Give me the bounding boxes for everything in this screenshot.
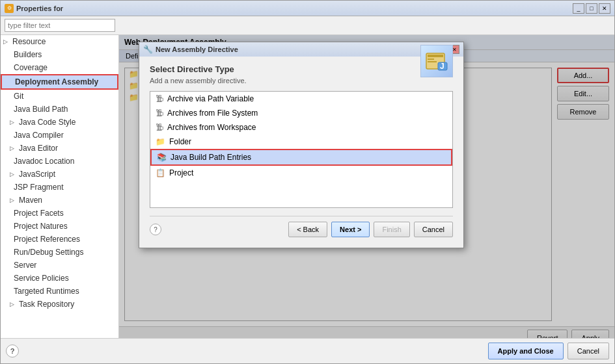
sidebar-item-label: Project Natures <box>14 222 68 231</box>
wizard-icon: J <box>420 45 453 77</box>
svg-rect-1 <box>428 55 443 57</box>
help-button[interactable]: ? <box>150 224 161 235</box>
svg-rect-3 <box>428 61 437 62</box>
svg-text:J: J <box>440 62 444 71</box>
expand-icon: ▷ <box>10 171 16 177</box>
main-panel: Web Deployment Assembly Define Source 📁 … <box>119 35 614 338</box>
sidebar-item-label: Project References <box>14 235 80 244</box>
directive-list: 🗜 Archive via Path Variable 🗜 Archives f… <box>150 91 453 208</box>
archive-icon: 🗜 <box>156 123 163 132</box>
back-button[interactable]: < Back <box>288 222 327 237</box>
sidebar: ▷ Resource Builders Coverage Deployment … <box>1 35 119 338</box>
title-bar: ⚙ Properties for _ □ ✕ <box>1 1 614 16</box>
filter-bar <box>1 16 614 35</box>
sidebar-item-label: JavaScript <box>19 170 55 179</box>
help-icon[interactable]: ? <box>6 344 19 358</box>
apply-and-close-button[interactable]: Apply and Close <box>488 343 564 359</box>
directive-item-archive-path[interactable]: 🗜 Archive via Path Variable <box>150 92 452 106</box>
sidebar-item-deployment-assembly[interactable]: Deployment Assembly <box>1 74 118 90</box>
expand-icon: ▷ <box>10 145 16 151</box>
expand-icon: ▷ <box>10 301 16 307</box>
minimize-button[interactable]: _ <box>573 3 584 14</box>
archive-icon: 🗜 <box>156 94 163 103</box>
content-area: ▷ Resource Builders Coverage Deployment … <box>1 35 614 338</box>
modal-dialog: 🔧 New Assembly Directive _ □ ✕ <box>139 42 464 248</box>
sidebar-item-project-natures[interactable]: Project Natures <box>1 220 118 233</box>
expand-icon: ▷ <box>10 119 16 125</box>
cancel-button[interactable]: Cancel <box>414 222 453 237</box>
directive-label: Java Build Path Entries <box>171 153 251 162</box>
sidebar-item-label: Project Facets <box>14 209 64 218</box>
sidebar-item-label: Coverage <box>14 63 48 72</box>
directive-item-archive-workspace[interactable]: 🗜 Archives from Workspace <box>150 120 452 135</box>
sidebar-item-label: Java Code Style <box>19 118 75 127</box>
sidebar-item-label: Run/Debug Settings <box>14 248 83 257</box>
svg-rect-2 <box>428 58 434 60</box>
sidebar-item-task-repository[interactable]: ▷ Task Repository <box>1 298 118 311</box>
app-icon: ⚙ <box>5 4 14 13</box>
modal-section-title: Select Directive Type <box>150 64 247 74</box>
filter-input[interactable] <box>5 19 115 32</box>
sidebar-item-label: Java Editor <box>19 144 58 153</box>
sidebar-item-label: Server <box>14 261 36 270</box>
directive-item-archive-filesystem[interactable]: 🗜 Archives from File System <box>150 106 452 120</box>
modal-nav-bar: ? < Back Next > Finish Cancel <box>150 216 453 240</box>
sidebar-item-builders[interactable]: Builders <box>1 48 118 61</box>
expand-icon: ▷ <box>3 38 10 45</box>
sidebar-item-label: Task Repository <box>19 300 74 309</box>
window-title: Properties for <box>16 5 63 12</box>
directive-item-folder[interactable]: 📁 Folder <box>150 135 452 149</box>
modal-title-bar: 🔧 New Assembly Directive _ □ ✕ <box>139 42 463 57</box>
sidebar-item-javascript[interactable]: ▷ JavaScript <box>1 168 118 181</box>
directive-item-java-build-path[interactable]: 📚 Java Build Path Entries <box>150 149 452 166</box>
cancel-button[interactable]: Cancel <box>567 343 609 359</box>
sidebar-item-run-debug[interactable]: Run/Debug Settings <box>1 246 118 259</box>
folder-icon: 📁 <box>156 137 165 146</box>
sidebar-item-label: Resource <box>12 37 46 46</box>
maximize-button[interactable]: □ <box>586 3 597 14</box>
next-button[interactable]: Next > <box>331 222 370 237</box>
sidebar-item-project-facets[interactable]: Project Facets <box>1 207 118 220</box>
modal-icon: 🔧 <box>143 45 153 54</box>
sidebar-item-label: Builders <box>14 50 42 59</box>
sidebar-item-targeted-runtimes[interactable]: Targeted Runtimes <box>1 285 118 298</box>
title-bar-controls: _ □ ✕ <box>573 3 610 14</box>
sidebar-item-label: Maven <box>19 196 42 205</box>
sidebar-item-java-build-path[interactable]: Java Build Path <box>1 103 118 116</box>
sidebar-item-label: Git <box>14 92 23 101</box>
sidebar-item-git[interactable]: Git <box>1 90 118 103</box>
build-path-icon: 📚 <box>157 153 167 162</box>
window-body: ▷ Resource Builders Coverage Deployment … <box>1 16 614 363</box>
sidebar-item-label: JSP Fragment <box>14 183 63 192</box>
modal-title: New Assembly Directive <box>156 46 238 53</box>
finish-button[interactable]: Finish <box>374 222 409 237</box>
modal-overlay: 🔧 New Assembly Directive _ □ ✕ <box>119 35 614 338</box>
sidebar-item-jsp-fragment[interactable]: JSP Fragment <box>1 181 118 194</box>
close-button[interactable]: ✕ <box>599 3 610 14</box>
sidebar-item-label: Java Compiler <box>14 131 64 140</box>
modal-body: Select Directive Type Add a new assembly… <box>139 57 463 248</box>
sidebar-item-label: Java Build Path <box>14 105 68 114</box>
sidebar-item-java-code-style[interactable]: ▷ Java Code Style <box>1 116 118 129</box>
sidebar-item-maven[interactable]: ▷ Maven <box>1 194 118 207</box>
directive-item-project[interactable]: 📋 Project <box>150 166 452 180</box>
sidebar-item-label: Targeted Runtimes <box>14 287 79 296</box>
sidebar-item-project-references[interactable]: Project References <box>1 233 118 246</box>
sidebar-item-label: Javadoc Location <box>14 157 74 166</box>
expand-icon: ▷ <box>10 197 16 203</box>
sidebar-item-label: Deployment Assembly <box>15 77 98 86</box>
project-icon: 📋 <box>156 168 165 177</box>
sidebar-item-coverage[interactable]: Coverage <box>1 61 118 74</box>
sidebar-item-java-editor[interactable]: ▷ Java Editor <box>1 142 118 155</box>
sidebar-item-label: Service Policies <box>14 274 69 283</box>
modal-section-sub: Add a new assembly directive. <box>150 77 247 84</box>
archive-icon: 🗜 <box>156 109 163 118</box>
bottom-bar: ? Apply and Close Cancel <box>1 338 614 363</box>
sidebar-item-server[interactable]: Server <box>1 259 118 272</box>
main-window: ⚙ Properties for _ □ ✕ ▷ Resource Builde… <box>0 0 615 364</box>
sidebar-item-javadoc[interactable]: Javadoc Location <box>1 155 118 168</box>
sidebar-item-service-policies[interactable]: Service Policies <box>1 272 118 285</box>
sidebar-item-java-compiler[interactable]: Java Compiler <box>1 129 118 142</box>
sidebar-item-resource[interactable]: ▷ Resource <box>1 35 118 48</box>
